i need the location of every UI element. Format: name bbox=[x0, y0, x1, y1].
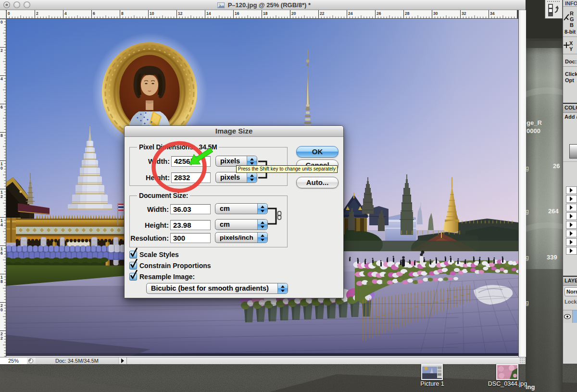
svg-text:ge_R: ge_R bbox=[527, 119, 542, 126]
svg-text:16: 16 bbox=[235, 11, 239, 16]
svg-text:34: 34 bbox=[490, 11, 495, 16]
svg-text:4: 4 bbox=[0, 222, 3, 227]
svg-text:2: 2 bbox=[0, 336, 3, 341]
svg-text:6: 6 bbox=[0, 251, 3, 256]
svg-text:2: 2 bbox=[0, 194, 3, 199]
svg-text:24: 24 bbox=[348, 11, 353, 16]
svg-text:g: g bbox=[526, 165, 529, 172]
svg-text:339: 339 bbox=[547, 254, 557, 261]
svg-text:32: 32 bbox=[462, 11, 466, 16]
svg-text:8: 8 bbox=[0, 133, 3, 138]
svg-text:4: 4 bbox=[64, 11, 67, 16]
svg-text:2: 2 bbox=[36, 11, 38, 16]
svg-text:8: 8 bbox=[0, 279, 3, 284]
svg-text:2: 2 bbox=[0, 48, 3, 53]
svg-text:0: 0 bbox=[0, 166, 3, 171]
svg-text:6: 6 bbox=[93, 11, 95, 16]
svg-text:0: 0 bbox=[8, 11, 10, 16]
svg-text:g: g bbox=[526, 299, 529, 306]
svg-text:g: g bbox=[526, 254, 529, 261]
svg-text:28: 28 bbox=[405, 11, 410, 16]
svg-text:18: 18 bbox=[263, 11, 268, 16]
svg-text:14: 14 bbox=[206, 11, 211, 16]
svg-text:12: 12 bbox=[178, 11, 183, 16]
svg-text:22: 22 bbox=[320, 11, 325, 16]
svg-text:4: 4 bbox=[0, 76, 3, 81]
svg-text:g: g bbox=[526, 208, 529, 215]
svg-text:264: 264 bbox=[548, 208, 559, 215]
svg-text:6: 6 bbox=[0, 105, 3, 110]
svg-text:0: 0 bbox=[0, 307, 3, 312]
svg-text:26: 26 bbox=[553, 162, 560, 170]
svg-text:8: 8 bbox=[121, 11, 124, 16]
svg-text:30: 30 bbox=[433, 11, 438, 16]
svg-text:0000: 0000 bbox=[527, 127, 540, 135]
svg-text:20: 20 bbox=[291, 11, 296, 16]
svg-text:0: 0 bbox=[0, 20, 3, 24]
svg-text:26: 26 bbox=[376, 11, 381, 16]
svg-text:10: 10 bbox=[150, 11, 154, 16]
